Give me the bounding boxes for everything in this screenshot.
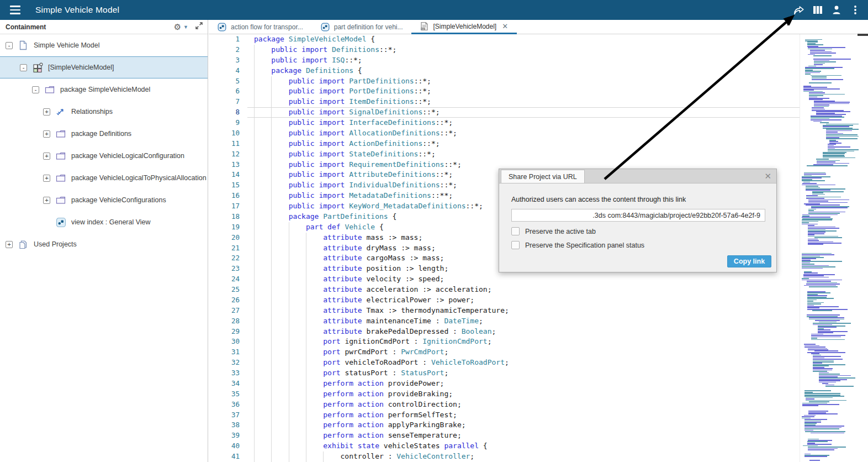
expand-toggle-icon[interactable]: + [43, 175, 50, 182]
minimap-line [805, 422, 822, 423]
tree-item[interactable]: +package VehicleConfigurations [0, 189, 208, 211]
share-url-input[interactable] [511, 209, 765, 222]
share-button[interactable] [790, 0, 808, 20]
checkbox[interactable] [511, 227, 520, 235]
line-number: 9 [209, 118, 247, 128]
minimap-line [814, 104, 829, 106]
minimap-line [814, 106, 828, 107]
minimap-line [823, 153, 845, 154]
minimap-line [805, 393, 840, 394]
minimap-line [802, 179, 812, 180]
minimap-line [802, 218, 833, 219]
scrollbar-thumb[interactable] [858, 34, 868, 36]
expand-toggle-icon[interactable]: + [43, 197, 50, 204]
minimap-line [814, 350, 838, 351]
more-menu-button[interactable] [846, 0, 865, 20]
minimap-line [807, 294, 818, 295]
share-options: Preserve the active tabPreserve the Spec… [511, 227, 764, 249]
text-doc-icon: TXT [420, 22, 428, 31]
gear-icon[interactable]: ⚙ [174, 23, 181, 31]
minimap-line [802, 214, 838, 216]
expand-toggle-icon[interactable]: + [43, 153, 50, 160]
code-line: 26 attribute electricalPower :> power; [209, 295, 800, 306]
minimap-line [802, 266, 835, 267]
minimap-line [806, 197, 840, 198]
close-icon[interactable]: ✕ [764, 170, 771, 182]
minimap-line [805, 454, 811, 455]
minimap-line [804, 271, 811, 272]
minimap-line [805, 39, 822, 40]
user-button[interactable] [827, 0, 846, 20]
relationship-icon [55, 106, 66, 117]
tree-item[interactable]: -[SimpleVehicleModel] [0, 56, 208, 78]
collapse-toggle-icon[interactable]: - [32, 86, 39, 93]
code-line: 37 perform action performSelfTest; [209, 410, 800, 421]
tree-item[interactable]: +Used Projects [0, 233, 208, 255]
minimap-line [826, 136, 859, 137]
collapse-toggle-icon[interactable]: - [6, 42, 13, 49]
collapse-toggle-icon[interactable]: - [20, 64, 27, 71]
minimap-line [802, 180, 825, 181]
minimap-line [805, 72, 820, 74]
diagram-icon [321, 23, 330, 32]
document-icon [18, 40, 29, 51]
code-text: package SimpleVehicleModel { [247, 34, 375, 45]
minimap-line [809, 460, 820, 461]
minimap-line [802, 278, 809, 279]
code-line: 3 public import ISQ::*; [209, 55, 800, 66]
tree-item[interactable]: -Simple Vehicle Model [0, 34, 208, 56]
minimap-line [823, 156, 845, 157]
code-line: 28 attribute maintenanceTime : DateTime; [209, 316, 800, 327]
minimap-line [820, 122, 829, 123]
expand-toggle-icon[interactable]: + [43, 108, 50, 116]
minimap-line [808, 348, 827, 349]
editor-minimap[interactable] [800, 34, 862, 462]
minimap-line [808, 232, 826, 233]
tree-item-label: Simple Vehicle Model [34, 41, 100, 49]
minimap-line [812, 76, 827, 77]
tree-item[interactable]: +package Definitions [0, 123, 208, 145]
minimap-line [808, 239, 818, 240]
minimap-line [805, 395, 841, 396]
code-line: 9 public import InterfaceDefinitions::*; [209, 118, 800, 128]
apps-grid-button[interactable] [808, 0, 827, 20]
line-number: 28 [209, 316, 247, 327]
line-number: 7 [209, 97, 247, 107]
tree-item[interactable]: view index : General View [0, 211, 208, 233]
expand-toggle-icon[interactable]: + [43, 130, 50, 138]
minimap-line [818, 326, 845, 327]
tree-item[interactable]: +package VehicleLogicalConfiguration [0, 145, 208, 167]
minimap-line [802, 258, 816, 259]
minimap-line [807, 46, 818, 47]
editor-tab[interactable]: part definition for vehi... [312, 20, 412, 34]
checkbox[interactable] [511, 241, 520, 249]
minimap-line [802, 404, 839, 405]
minimap-line [804, 174, 826, 175]
minimap-line [814, 63, 825, 64]
minimap-line [826, 124, 859, 125]
code-text: public import SignalDefinitions::*; [247, 107, 440, 118]
minimap-line [813, 365, 829, 366]
code-line: 29 attribute brakePedalDepressed : Boole… [209, 327, 800, 337]
code-text: perform action applyParkingBrake; [247, 420, 466, 431]
copy-link-button[interactable]: Copy link [727, 255, 771, 267]
minimap-line [807, 305, 814, 306]
tree-item[interactable]: +Relationships [0, 101, 208, 123]
menu-icon[interactable] [10, 4, 24, 15]
close-tab-icon[interactable]: ✕ [502, 22, 508, 30]
expand-panel-icon[interactable] [195, 22, 203, 32]
tree-item-label: package SimpleVehicleModel [60, 86, 150, 93]
minimap-line [808, 225, 815, 226]
tree-item[interactable]: +package VehicleLogicalToPhysicalAllocat… [0, 167, 208, 189]
editor-tab[interactable]: action flow for transpor... [209, 20, 312, 34]
tree-item[interactable]: -package SimpleVehicleModel [0, 78, 208, 101]
chevron-down-icon[interactable]: ▼ [183, 24, 188, 30]
expand-toggle-icon[interactable]: + [6, 241, 13, 248]
share-dialog-header[interactable]: Share Project via URL ✕ [499, 169, 776, 183]
minimap-line [813, 59, 851, 60]
minimap-line [803, 86, 811, 87]
minimap-line [808, 240, 819, 241]
editor-tab[interactable]: TXT[SimpleVehicleModel]✕ [411, 20, 517, 34]
minimap-line [811, 353, 819, 354]
minimap-line [809, 286, 838, 287]
